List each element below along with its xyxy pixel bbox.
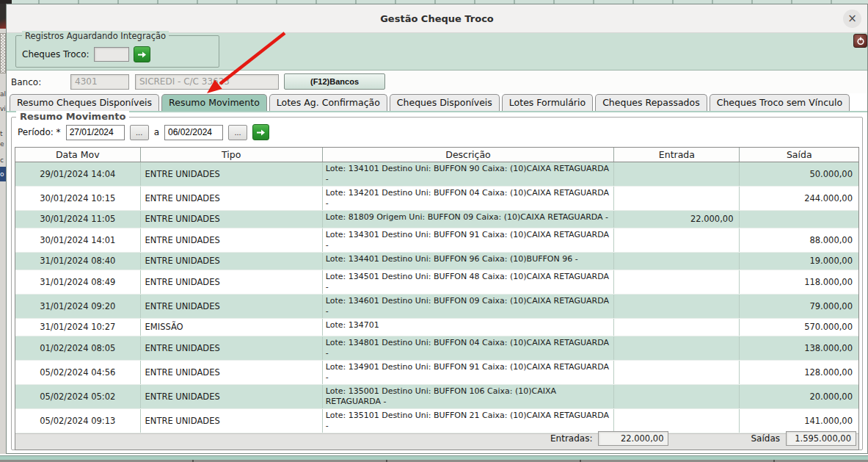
- cell-tipo: ENTRE UNIDADES: [140, 270, 322, 294]
- table-row[interactable]: 05/02/2024 05:02 ENTRE UNIDADES Lote: 13…: [15, 384, 858, 408]
- banco-code-field: 4301: [70, 74, 129, 90]
- cell-tipo: ENTRE UNIDADES: [140, 186, 322, 210]
- pending-groupbox: Registros Aguardando Integração Cheques …: [15, 35, 219, 68]
- f12-bancos-button[interactable]: (F12)Bancos: [284, 73, 385, 90]
- column-header-entrada[interactable]: Entrada: [614, 148, 740, 162]
- background-bottom-strip: [0, 454, 868, 462]
- close-icon[interactable]: ×: [843, 10, 861, 28]
- cell-descricao: Lote: 135101 Destino Uni: BUFFON 21 Caix…: [322, 408, 614, 433]
- cell-data-mov: 31/01/2024 08:49: [15, 270, 140, 294]
- date-from-picker-button[interactable]: ...: [130, 125, 149, 140]
- cell-descricao: Lote: 134401 Destino Uni: BUFFON 96 Caix…: [322, 252, 614, 270]
- pending-group-label: Registros Aguardando Integração: [22, 31, 169, 41]
- column-header-data-mov[interactable]: Data Mov: [15, 148, 140, 162]
- background-selected-item-fragment: o: [0, 167, 6, 181]
- cell-saida: 19.000,00: [740, 252, 858, 270]
- movimento-table: Data Mov Tipo Descrição Entrada Saída 29…: [15, 147, 859, 450]
- cheques-troco-go-button[interactable]: [134, 46, 150, 62]
- tab-cheques-disponiveis[interactable]: Cheques Disponíveis: [390, 94, 500, 111]
- background-left-strip: al vi t e c o: [0, 4, 6, 455]
- cell-tipo: ENTRE UNIDADES: [140, 252, 322, 270]
- cell-saida: 244.000,00: [740, 186, 858, 210]
- table-row[interactable]: 29/01/2024 14:04 ENTRE UNIDADES Lote: 13…: [15, 162, 858, 186]
- cell-data-mov: 31/01/2024 10:27: [15, 318, 140, 336]
- table-row[interactable]: 31/01/2024 09:20 ENTRE UNIDADES Lote: 13…: [15, 294, 858, 318]
- cheques-troco-input[interactable]: [94, 47, 129, 62]
- cell-descricao: Lote: 134701: [322, 318, 614, 336]
- cell-descricao: Lote: 134601 Destino Uni: BUFFON 09 Caix…: [322, 294, 614, 318]
- cell-tipo: ENTRE UNIDADES: [140, 360, 322, 384]
- pending-panel: Registros Aguardando Integração Cheques …: [7, 33, 867, 71]
- gestao-cheque-troco-dialog: Gestão Cheque Troco × Registros Aguardan…: [6, 4, 868, 454]
- table-row[interactable]: 31/01/2024 10:27 EMISSÃO Lote: 134701 57…: [15, 318, 858, 336]
- exit-button[interactable]: [853, 34, 867, 48]
- cell-descricao: Lote: 134801 Destino Uni: BUFFON 04 Caix…: [322, 336, 614, 360]
- date-to-input[interactable]: [164, 125, 223, 140]
- period-search-button[interactable]: [252, 124, 269, 140]
- column-header-saida[interactable]: Saída: [740, 148, 858, 162]
- background-fragment: [0, 4, 6, 29]
- cell-data-mov: 31/01/2024 08:40: [15, 252, 140, 270]
- cell-data-mov: 05/02/2024 04:56: [15, 360, 140, 384]
- table-row[interactable]: 05/02/2024 04:56 ENTRE UNIDADES Lote: 13…: [15, 360, 858, 384]
- table-row[interactable]: 30/01/2024 14:01 ENTRE UNIDADES Lote: 13…: [15, 228, 858, 252]
- cell-entrada: [614, 336, 740, 360]
- cell-descricao: Lote: 134501 Destino Uni: BUFFON 48 Caix…: [322, 270, 614, 294]
- date-to-picker-button[interactable]: ...: [228, 125, 247, 140]
- cell-entrada: [614, 270, 740, 294]
- cell-entrada: [614, 228, 740, 252]
- table-row[interactable]: 01/02/2024 08:05 ENTRE UNIDADES Lote: 13…: [15, 336, 858, 360]
- saidas-total-field: 1.595.000,00: [786, 431, 856, 446]
- cell-saida: 118.000,00: [740, 270, 858, 294]
- tab-resumo-movimento[interactable]: Resumo Movimento: [161, 94, 267, 111]
- table-header-row: Data Mov Tipo Descrição Entrada Saída: [15, 148, 858, 162]
- table-row[interactable]: 30/01/2024 11:05 ENTRE UNIDADES Lote: 81…: [15, 210, 858, 228]
- cell-data-mov: 30/01/2024 11:05: [15, 210, 140, 228]
- background-text-fragment: al: [0, 90, 6, 98]
- cell-descricao: Lote: 134301 Destino Uni: BUFFON 91 Caix…: [322, 228, 614, 252]
- cell-saida: 79.000,00: [740, 294, 858, 318]
- cell-descricao: Lote: 81809 Origem Uni: BUFFON 09 Caixa:…: [322, 210, 614, 228]
- tab-lotes-formulario[interactable]: Lotes Formulário: [502, 94, 593, 111]
- cell-entrada: [614, 360, 740, 384]
- column-header-descricao[interactable]: Descrição: [322, 148, 614, 162]
- banco-label: Banco:: [11, 77, 41, 87]
- titlebar[interactable]: Gestão Cheque Troco ×: [7, 4, 867, 33]
- cell-saida: 88.000,00: [740, 228, 858, 252]
- tab-resumo-cheques-disponiveis[interactable]: Resumo Cheques Disponíveis: [10, 94, 159, 111]
- cell-descricao: Lote: 134101 Destino Uni: BUFFON 90 Caix…: [322, 162, 614, 186]
- cell-saida: 138.000,00: [740, 336, 858, 360]
- cell-saida: 570.000,00: [740, 318, 858, 336]
- cell-saida: [740, 210, 858, 228]
- date-from-input[interactable]: [66, 125, 125, 140]
- table-row[interactable]: 30/01/2024 10:15 ENTRE UNIDADES Lote: 13…: [15, 186, 858, 210]
- cell-entrada: [614, 186, 740, 210]
- cell-descricao: Lote: 135001 Destino Uni: BUFFON 106 Cai…: [322, 384, 614, 408]
- tab-cheques-repassados[interactable]: Cheques Repassados: [595, 94, 707, 111]
- table-row[interactable]: 05/02/2024 09:13 ENTRE UNIDADES Lote: 13…: [15, 408, 858, 433]
- tab-cheques-troco-sem-vinculo[interactable]: Cheques Troco sem Vínculo: [710, 94, 850, 111]
- column-header-tipo[interactable]: Tipo: [140, 148, 322, 162]
- arrow-right-icon: [137, 50, 147, 59]
- background-text-fragment: e: [0, 140, 4, 148]
- cell-entrada: [614, 408, 740, 433]
- cell-saida: 20.000,00: [740, 384, 858, 408]
- cheques-troco-label: Cheques Troco:: [22, 49, 90, 59]
- tab-lotes-ag-confirmacao[interactable]: Lotes Ag. Confirmação: [269, 94, 387, 111]
- cell-saida: 128.000,00: [740, 360, 858, 384]
- cell-tipo: ENTRE UNIDADES: [140, 336, 322, 360]
- cell-descricao: Lote: 134201 Destino Uni: BUFFON 04 Caix…: [322, 186, 614, 210]
- cell-data-mov: 30/01/2024 14:01: [15, 228, 140, 252]
- saidas-label: Saídas: [751, 433, 780, 444]
- cell-data-mov: 31/01/2024 09:20: [15, 294, 140, 318]
- period-row: Período: * ... a ...: [18, 124, 269, 140]
- table-row[interactable]: 31/01/2024 08:49 ENTRE UNIDADES Lote: 13…: [15, 270, 858, 294]
- cell-tipo: ENTRE UNIDADES: [140, 162, 322, 186]
- entradas-label: Entradas:: [550, 433, 592, 444]
- background-text-fragment: c: [0, 156, 4, 164]
- cell-tipo: ENTRE UNIDADES: [140, 210, 322, 228]
- cell-entrada: [614, 162, 740, 186]
- table-row[interactable]: 31/01/2024 08:40 ENTRE UNIDADES Lote: 13…: [15, 252, 858, 270]
- cell-data-mov: 05/02/2024 09:13: [15, 408, 140, 433]
- cell-saida: 50.000,00: [740, 162, 858, 186]
